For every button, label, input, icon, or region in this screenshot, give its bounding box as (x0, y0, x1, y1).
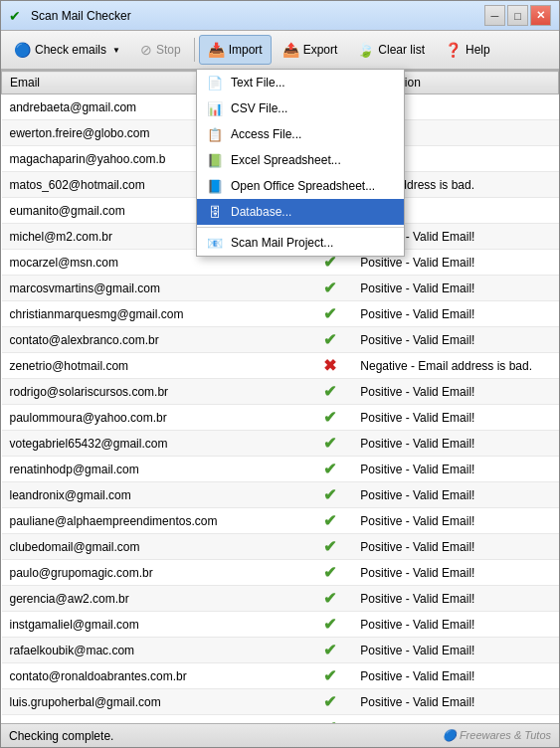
cell-status: ✔ (308, 560, 353, 586)
table-row: gerencia@aw2.com.br✔Positive - Valid Ema… (2, 586, 559, 612)
cell-description: Positive - Valid Email! (352, 586, 558, 612)
minimize-button[interactable]: ─ (484, 5, 505, 26)
cell-description: Positive - Valid Email! (352, 457, 558, 482)
table-row: leandronix@gmail.com✔Positive - Valid Em… (2, 482, 559, 508)
cell-description: Positive - Valid Email! (352, 560, 558, 586)
status-message: Checking complete. (9, 729, 113, 743)
valid-icon: ✔ (323, 486, 336, 503)
cell-description: Negative - Email address is bad. (352, 353, 558, 379)
table-row: christianmarquesmg@gmail.com✔Positive - … (2, 301, 559, 327)
stop-label: Stop (156, 43, 181, 57)
cell-description: Positive - Valid Email! (352, 638, 558, 663)
help-label: Help (466, 43, 490, 57)
cell-description: Positive - Valid Email! (352, 612, 558, 638)
scan-mail-icon: 📧 (207, 235, 223, 251)
cell-email: rafaelkoubik@mac.com (2, 638, 308, 663)
cell-email: paulommoura@yahoo.com.br (2, 405, 308, 431)
openoffice-icon: 📘 (207, 178, 223, 194)
table-row: luis.grupoherbal@gmail.com✔Positive - Va… (2, 689, 559, 715)
dropdown-item-openoffice[interactable]: 📘 Open Office Spreadsheet... (197, 173, 404, 199)
cell-status: ✔ (308, 586, 353, 612)
cell-email: luis.grupoherbal@gmail.com (2, 689, 308, 715)
dropdown-item-excel[interactable]: 📗 Excel Spreadsheet... (197, 147, 404, 173)
stop-button[interactable]: ⊘ Stop (131, 35, 190, 65)
dropdown-label-database: Database... (231, 205, 291, 219)
cell-email: paulo@grupomagic.com.br (2, 560, 308, 586)
window-icon: ✔ (9, 8, 25, 24)
cell-description: Positive - Valid Email! (352, 301, 558, 327)
valid-icon: ✔ (323, 564, 336, 581)
valid-icon: ✔ (323, 461, 336, 477)
access-file-icon: 📋 (207, 126, 223, 142)
export-icon: 📤 (282, 42, 299, 58)
dropdown-item-scan-mail[interactable]: 📧 Scan Mail Project... (197, 230, 404, 256)
restore-button[interactable]: □ (507, 5, 528, 26)
cell-description: Positive - Valid Email! (352, 663, 558, 689)
dropdown-item-csv-file[interactable]: 📊 CSV File... (197, 95, 404, 121)
import-dropdown-menu: 📄 Text File... 📊 CSV File... 📋 Access Fi… (196, 69, 405, 257)
import-label: Import (229, 43, 263, 57)
cell-status: ✔ (308, 405, 353, 431)
valid-icon: ✔ (323, 305, 336, 322)
cell-status: ✔ (308, 689, 353, 715)
toolbar: 🔵 Check emails ▼ ⊘ Stop 📥 Import 📤 Expor… (1, 31, 559, 71)
window-title: Scan Mail Checker (31, 9, 484, 23)
table-row: votegabriel65432@gmail.com✔Positive - Va… (2, 431, 559, 457)
check-emails-icon: 🔵 (14, 42, 31, 58)
dropdown-label-csv-file: CSV File... (231, 101, 287, 115)
cell-status: ✔ (308, 301, 353, 327)
dropdown-label-excel: Excel Spreadsheet... (231, 153, 341, 167)
cell-email: pauliane@alphaempreendimentos.com (2, 508, 308, 534)
cell-description: Positive - Valid Email! (352, 431, 558, 457)
valid-icon: ✔ (323, 331, 336, 348)
close-button[interactable]: ✕ (530, 5, 551, 26)
table-row: pauliane@alphaempreendimentos.com✔Positi… (2, 508, 559, 534)
valid-icon: ✔ (323, 538, 336, 555)
valid-icon: ✔ (323, 590, 336, 607)
cell-email: contato@alexbranco.com.br (2, 327, 308, 353)
cell-email: gerencia@aw2.com.br (2, 586, 308, 612)
cell-email: leandronix@gmail.com (2, 482, 308, 508)
cell-status: ✔ (308, 457, 353, 482)
export-button[interactable]: 📤 Export (274, 35, 347, 65)
dropdown-item-text-file[interactable]: 📄 Text File... (197, 70, 404, 95)
cell-description: Positive - Valid Email! (352, 482, 558, 508)
export-label: Export (303, 43, 338, 57)
dropdown-label-text-file: Text File... (231, 76, 285, 90)
valid-icon: ✔ (323, 667, 336, 684)
import-icon: 📥 (208, 42, 225, 58)
clear-list-icon: 🍃 (357, 42, 374, 58)
status-bar: Checking complete. 🔵 Freewares & Tutos (1, 723, 559, 747)
dropdown-label-scan-mail: Scan Mail Project... (231, 236, 333, 250)
title-bar: ✔ Scan Mail Checker ─ □ ✕ (1, 1, 559, 31)
dropdown-label-access-file: Access File... (231, 127, 301, 141)
cell-description: Positive - Valid Email! (352, 715, 558, 724)
dropdown-item-database[interactable]: 🗄 Database... (197, 199, 404, 225)
clear-list-button[interactable]: 🍃 Clear list (348, 35, 434, 65)
dropdown-item-access-file[interactable]: 📋 Access File... (197, 121, 404, 147)
valid-icon: ✔ (323, 616, 336, 633)
check-emails-arrow: ▼ (112, 46, 120, 55)
cell-email: marcosvmartins@gmail.com (2, 276, 308, 301)
valid-icon: ✔ (323, 409, 336, 426)
clear-list-label: Clear list (378, 43, 425, 57)
check-emails-button[interactable]: 🔵 Check emails ▼ (5, 35, 129, 65)
valid-icon: ✔ (323, 435, 336, 452)
import-button[interactable]: 📥 Import (199, 35, 272, 65)
table-row: contato@ronaldoabrantes.com.br✔Positive … (2, 663, 559, 689)
cell-description: Positive - Valid Email! (352, 405, 558, 431)
table-row: paulommoura@yahoo.com.br✔Positive - Vali… (2, 405, 559, 431)
cell-description: Positive - Valid Email! (352, 508, 558, 534)
csv-file-icon: 📊 (207, 100, 223, 116)
check-emails-label: Check emails (35, 43, 106, 57)
cell-description: Positive - Valid Email! (352, 689, 558, 715)
help-button[interactable]: ❓ Help (436, 35, 499, 65)
table-row: rodrigo@solariscursos.com.br✔Positive - … (2, 379, 559, 405)
table-row: atendimento@airmarketing.com.br✔Positive… (2, 715, 559, 724)
valid-icon: ✔ (323, 280, 336, 296)
table-row: rafaelkoubik@mac.com✔Positive - Valid Em… (2, 638, 559, 663)
valid-icon: ✔ (323, 512, 336, 529)
watermark-text: 🔵 Freewares & Tutos (443, 729, 551, 742)
cell-email: renatinhodp@gmail.com (2, 457, 308, 482)
cell-status: ✔ (308, 508, 353, 534)
